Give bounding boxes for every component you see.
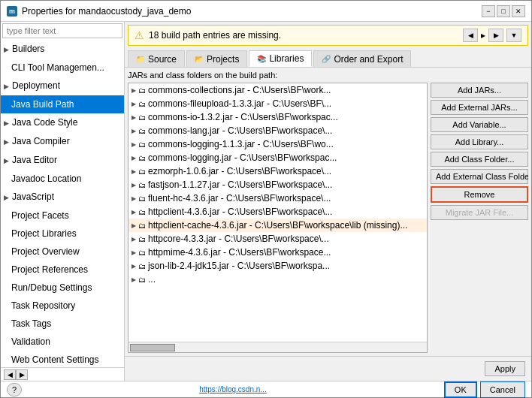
sidebar-item[interactable]: CLI Tool Managemen... xyxy=(1,59,124,77)
cancel-button[interactable]: Cancel xyxy=(480,381,525,398)
sidebar-item-arrow: ▶ xyxy=(4,191,9,204)
add-external-jars-button[interactable]: Add External JARs... xyxy=(431,100,528,115)
warning-prev-button[interactable]: ◀ xyxy=(463,29,478,42)
jar-item-expand-icon: ▶ xyxy=(131,155,136,161)
jar-list-item[interactable]: ▶🗂 commons-logging.jar - C:\Users\BF\wor… xyxy=(128,151,427,164)
jar-file-icon: 🗂 xyxy=(138,127,146,135)
sidebar-item[interactable]: ▶JavaScript xyxy=(1,188,124,207)
h-scroll-thumb[interactable] xyxy=(130,344,175,351)
sidebar-item[interactable]: ▶Builders xyxy=(1,40,124,59)
sidebar-item-label: Java Compiler xyxy=(12,136,70,146)
remove-button[interactable]: Remove xyxy=(431,186,528,203)
jar-list-item[interactable]: ▶🗂 httpmime-4.3.6.jar - C:\Users\BF\work… xyxy=(128,246,427,259)
sidebar-item[interactable]: Javadoc Location xyxy=(1,170,124,188)
migrate-jar-button[interactable]: Migrate JAR File... xyxy=(431,205,528,220)
jar-list-item[interactable]: ▶🗂 commons-io-1.3.2.jar - C:\Users\BF\wo… xyxy=(128,110,427,124)
sidebar-item-label: Validation xyxy=(11,336,50,347)
jar-item-label: commons-io-1.3.2.jar - C:\Users\BF\works… xyxy=(148,112,338,122)
jar-list-item[interactable]: ▶🗂 commons-collections.jar - C:\Users\BF… xyxy=(128,83,427,97)
add-external-class-folder-button[interactable]: Add External Class Folder... xyxy=(431,169,528,184)
jar-item-label: commons-fileupload-1.3.3.jar - C:\Users\… xyxy=(148,98,331,109)
jar-item-expand-icon: ▶ xyxy=(131,195,136,202)
sidebar-item[interactable]: Task Tags xyxy=(1,315,124,333)
tab-libraries[interactable]: 📚 Libraries xyxy=(249,50,312,67)
sidebar-item[interactable]: Java Build Path xyxy=(1,95,124,113)
sidebar-item[interactable]: Web Content Settings xyxy=(1,351,124,367)
apply-button[interactable]: Apply xyxy=(485,361,525,376)
sidebar-item[interactable]: Project References xyxy=(1,261,124,279)
filter-input[interactable] xyxy=(2,23,122,38)
app-icon: m xyxy=(7,6,17,17)
jar-list-item[interactable]: ▶🗂 commons-fileupload-1.3.3.jar - C:\Use… xyxy=(128,97,427,110)
help-button[interactable]: ? xyxy=(7,383,22,396)
jar-item-expand-icon: ▶ xyxy=(131,236,136,243)
jar-list-item[interactable]: ▶🗂 commons-lang.jar - C:\Users\BF\worksp… xyxy=(128,124,427,137)
sidebar-expand-button[interactable]: ◀ xyxy=(4,369,16,380)
projects-tab-icon: 📂 xyxy=(195,55,204,63)
add-variable-button[interactable]: Add Variable... xyxy=(431,117,528,132)
jar-list-item[interactable]: ▶🗂 ... xyxy=(128,273,427,286)
jar-area: ▶🗂 commons-collections.jar - C:\Users\BF… xyxy=(128,83,528,353)
horizontal-scrollbar[interactable] xyxy=(128,342,427,352)
jar-item-expand-icon: ▶ xyxy=(131,263,136,270)
sidebar-item-label: JavaScript xyxy=(12,191,54,202)
maximize-button[interactable]: □ xyxy=(497,5,510,17)
jar-file-icon: 🗂 xyxy=(138,167,146,176)
jar-list-item[interactable]: ▶🗂 httpclient-cache-4.3.6.jar - C:\Users… xyxy=(128,219,427,232)
dialog-title: Properties for mandaocustody_java_demo xyxy=(22,6,191,17)
sidebar-item[interactable]: Run/Debug Settings xyxy=(1,279,124,297)
jar-item-label: httpclient-4.3.6.jar - C:\Users\BF\works… xyxy=(148,207,332,217)
jar-file-icon: 🗂 xyxy=(138,235,146,243)
jar-item-expand-icon: ▶ xyxy=(131,209,136,216)
jar-list-item[interactable]: ▶🗂 fastjson-1.1.27.jar - C:\Users\BF\wor… xyxy=(128,178,427,191)
sidebar-item[interactable]: Task Repository xyxy=(1,297,124,315)
sidebar-item[interactable]: Project Libraries xyxy=(1,225,124,243)
ok-button[interactable]: OK xyxy=(444,381,477,398)
sidebar-collapse-button[interactable]: ▶ xyxy=(16,369,28,380)
jar-list-item[interactable]: ▶🗂 fluent-hc-4.3.6.jar - C:\Users\BF\wor… xyxy=(128,191,427,205)
sidebar-bottom: ◀ ▶ xyxy=(1,367,124,381)
close-button[interactable]: ✕ xyxy=(512,5,525,17)
jar-file-icon: 🗂 xyxy=(138,208,146,216)
jar-item-label: httpcore-4.3.3.jar - C:\Users\BF\workspa… xyxy=(148,234,329,244)
sidebar-item-label: Java Editor xyxy=(12,155,57,165)
jar-file-icon: 🗂 xyxy=(138,249,146,257)
warning-menu-button[interactable]: ▼ xyxy=(506,29,521,42)
jar-action-buttons: Add JARs... Add External JARs... Add Var… xyxy=(431,83,528,353)
sidebar-item-label: Task Repository xyxy=(11,300,75,311)
jar-list-item[interactable]: ▶🗂 commons-logging-1.1.3.jar - C:\Users\… xyxy=(128,137,427,151)
tab-libraries-label: Libraries xyxy=(269,53,304,64)
sidebar-item-label: Project Libraries xyxy=(11,228,77,239)
jar-list-item[interactable]: ▶🗂 httpcore-4.3.3.jar - C:\Users\BF\work… xyxy=(128,232,427,246)
add-class-folder-button[interactable]: Add Class Folder... xyxy=(431,152,528,167)
jar-list: ▶🗂 commons-collections.jar - C:\Users\BF… xyxy=(128,83,427,342)
tab-projects-label: Projects xyxy=(207,54,239,65)
jar-item-label: httpclient-cache-4.3.6.jar - C:\Users\BF… xyxy=(148,220,407,231)
sidebar-item[interactable]: Validation xyxy=(1,333,124,351)
jar-list-item[interactable]: ▶🗂 ezmorph-1.0.6.jar - C:\Users\BF\works… xyxy=(128,164,427,178)
tab-order-export[interactable]: 🔗 Order and Export xyxy=(313,50,411,67)
jar-list-item[interactable]: ▶🗂 httpclient-4.3.6.jar - C:\Users\BF\wo… xyxy=(128,205,427,219)
jar-file-icon: 🗂 xyxy=(138,181,146,189)
warning-icon: ⚠ xyxy=(135,29,144,41)
add-library-button[interactable]: Add Library... xyxy=(431,134,528,149)
warning-navigation: ◀ ▸ ▶ ▼ xyxy=(463,29,521,42)
minimize-button[interactable]: − xyxy=(482,5,495,17)
sidebar-item[interactable]: Project Overview xyxy=(1,243,124,261)
sidebar-item-label: Project Facets xyxy=(11,210,69,221)
add-jars-button[interactable]: Add JARs... xyxy=(431,83,528,98)
jar-file-icon: 🗂 xyxy=(138,140,146,149)
sidebar-item[interactable]: ▶Java Compiler xyxy=(1,132,124,151)
jar-item-expand-icon: ▶ xyxy=(131,141,136,148)
sidebar-item[interactable]: ▶Java Code Style xyxy=(1,113,124,132)
sidebar-item[interactable]: ▶Java Editor xyxy=(1,151,124,170)
sidebar-item[interactable]: Project Facets xyxy=(1,207,124,225)
jar-item-label: httpmime-4.3.6.jar - C:\Users\BF\workspa… xyxy=(148,247,331,258)
warning-next-button[interactable]: ▶ xyxy=(488,29,503,42)
tab-projects[interactable]: 📂 Projects xyxy=(186,50,247,67)
warning-message: 18 build path entries are missing. xyxy=(149,30,281,41)
sidebar-item[interactable]: ▶Deployment xyxy=(1,77,124,95)
tab-source[interactable]: 📁 Source xyxy=(128,50,185,67)
jar-list-item[interactable]: ▶🗂 json-lib-2.4-jdk15.jar - C:\Users\BF\… xyxy=(128,259,427,273)
tab-order-label: Order and Export xyxy=(334,54,403,65)
